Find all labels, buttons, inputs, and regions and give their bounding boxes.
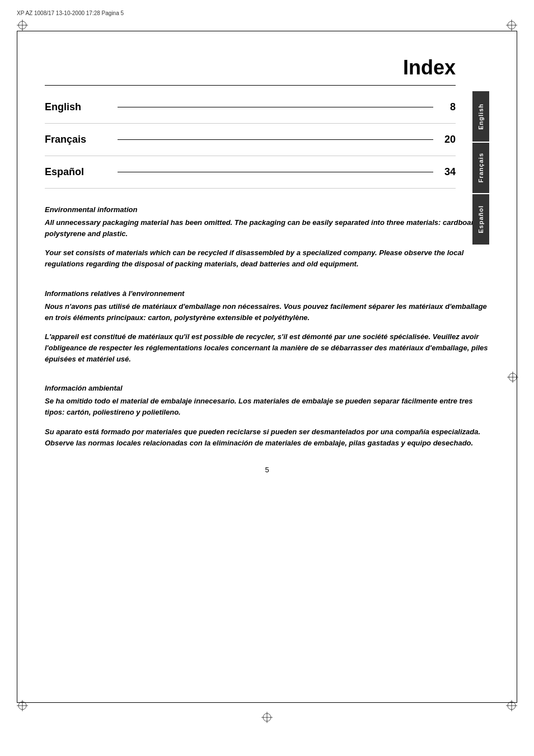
doc-header: XP AZ 1008/17 13-10-2000 17:28 Pagina 5 — [17, 10, 124, 16]
content-section: Environmental information All unnecessar… — [45, 205, 489, 449]
entry-number-english: 8 — [439, 101, 456, 113]
crosshair-bottom-center — [261, 712, 273, 725]
section-heading-english: Environmental information — [45, 205, 489, 214]
entry-line-espanol — [118, 172, 433, 172]
reg-mark-bl — [17, 700, 28, 711]
section-para-espanol-0: Se ha omitido todo el material de embala… — [45, 396, 489, 418]
section-para-espanol-1: Su aparato está formado por materiales q… — [45, 426, 489, 449]
reg-mark-br — [506, 700, 517, 711]
entry-label-english: English — [45, 101, 112, 113]
section-divider-2 — [45, 373, 489, 384]
entry-label-espanol: Español — [45, 166, 112, 178]
page-number: 5 — [45, 466, 489, 474]
reg-mark-tr — [506, 20, 517, 31]
entry-line-francais — [118, 139, 433, 140]
entry-line-english — [118, 107, 433, 107]
section-para-english-0: All unnecessary packaging material has b… — [45, 217, 489, 240]
tab-english[interactable]: English — [472, 91, 489, 142]
section-para-francais-1: L'appareil est constitué de matériaux qu… — [45, 331, 489, 365]
index-rule — [45, 85, 456, 86]
side-tabs: English Français Español — [472, 91, 489, 246]
section-heading-francais: Informations relatives à l'environnement — [45, 289, 489, 298]
crosshair-right-mid — [507, 372, 518, 385]
tab-espanol[interactable]: Español — [472, 194, 489, 245]
tab-francais[interactable]: Français — [472, 143, 489, 193]
entry-label-francais: Français — [45, 134, 112, 145]
section-para-english-1: Your set consists of materials which can… — [45, 247, 489, 270]
reg-mark-tl — [17, 20, 28, 31]
section-divider-1 — [45, 278, 489, 289]
index-title: Index — [45, 22, 456, 85]
index-entry-francais: Français 20 — [45, 124, 456, 156]
index-entry-english: English 8 — [45, 91, 456, 124]
entry-number-espanol: 34 — [439, 166, 456, 178]
section-heading-espanol: Información ambiental — [45, 384, 489, 392]
entry-number-francais: 20 — [439, 134, 456, 145]
section-para-francais-0: Nous n'avons pas utilisé de matériaux d'… — [45, 301, 489, 323]
index-entries: English Français Español English 8 Franç… — [45, 91, 456, 189]
index-entry-espanol: Español 34 — [45, 156, 456, 189]
